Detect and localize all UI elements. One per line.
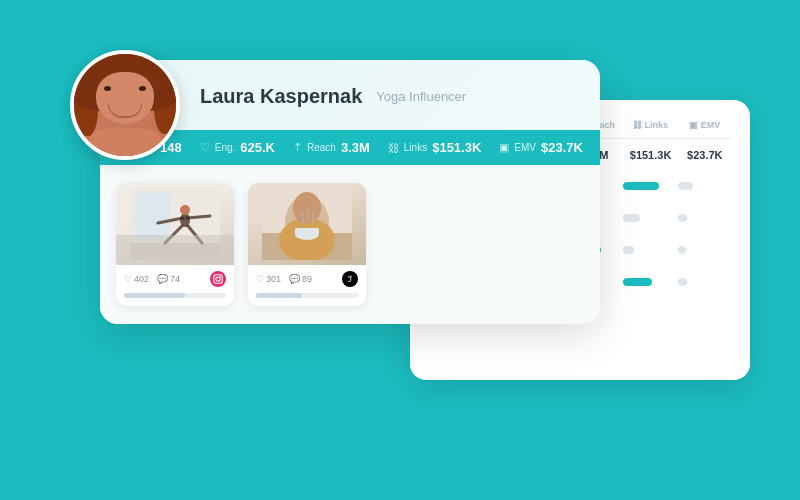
eng-value: 625.K xyxy=(240,140,275,155)
links-label: Links xyxy=(404,142,427,153)
stat-emv: ▣ EMV $23.7K xyxy=(499,140,583,155)
profile-name: Laura Kaspernak xyxy=(200,85,362,108)
yoga-bar-fill xyxy=(124,293,185,298)
svg-point-13 xyxy=(216,277,220,281)
instagram-badge xyxy=(210,271,226,287)
tiktok-bar-links xyxy=(623,214,677,222)
total-links: $151.3K xyxy=(623,149,677,161)
tiktok-badge: ℐ xyxy=(342,271,358,287)
scene: ⊞ Posts ♡ Eng. ⇡ Reach ⛓ Links ▣ EMV 148… xyxy=(60,40,740,460)
post-card-tea[interactable]: ♡ 301 💬 89 ℐ xyxy=(248,183,366,306)
tea-bar-fill xyxy=(256,293,302,298)
post-stats-yoga: ♡ 402 💬 74 xyxy=(124,274,180,284)
profile-role: Yoga Influencer xyxy=(376,89,466,104)
yoga-bar-container xyxy=(116,293,234,306)
tea-bar-container xyxy=(248,293,366,306)
tea-likes-count: 301 xyxy=(266,274,281,284)
stat-eng: ♡ Eng. 625.K xyxy=(200,140,275,155)
svg-rect-21 xyxy=(295,228,319,234)
post-image-yoga xyxy=(116,183,234,265)
insta-bar-emv xyxy=(678,182,732,190)
tea-likes: ♡ 301 xyxy=(256,274,281,284)
stat-links: ⛓ Links $151.3K xyxy=(388,140,482,155)
reach-label: Reach xyxy=(307,142,336,153)
comment-icon2: 💬 xyxy=(289,274,300,284)
tea-comments: 💬 89 xyxy=(289,274,312,284)
svg-point-14 xyxy=(220,276,221,277)
twitter-bar-emv xyxy=(678,278,732,286)
reach-icon: ⇡ xyxy=(293,141,302,154)
col-header-links: ⛓ Links xyxy=(623,120,677,130)
emv-value: $23.7K xyxy=(541,140,583,155)
post-footer-tea: ♡ 301 💬 89 ℐ xyxy=(248,265,366,293)
links-value: $151.3K xyxy=(432,140,481,155)
tea-bar-bg xyxy=(256,293,358,298)
heart-icon-small2: ♡ xyxy=(256,274,264,284)
svg-line-9 xyxy=(187,216,210,218)
tea-comments-count: 89 xyxy=(302,274,312,284)
plus-bar-emv xyxy=(678,246,732,254)
yoga-comments-count: 74 xyxy=(170,274,180,284)
eng-label: Eng. xyxy=(215,142,236,153)
yoga-likes: ♡ 402 xyxy=(124,274,149,284)
svg-rect-12 xyxy=(214,275,222,283)
heart-icon-small: ♡ xyxy=(124,274,132,284)
yoga-likes-count: 402 xyxy=(134,274,149,284)
post-footer-yoga: ♡ 402 💬 74 xyxy=(116,265,234,293)
yoga-bar-bg xyxy=(124,293,226,298)
emv-label: EMV xyxy=(514,142,536,153)
avatar xyxy=(70,50,180,160)
total-emv: $23.7K xyxy=(678,149,732,161)
svg-rect-5 xyxy=(135,193,170,241)
plus-bar-links xyxy=(623,246,677,254)
post-card-yoga[interactable]: ♡ 402 💬 74 xyxy=(116,183,234,306)
comment-icon: 💬 xyxy=(157,274,168,284)
svg-point-7 xyxy=(180,205,190,215)
reach-value: 3.3M xyxy=(341,140,370,155)
svg-rect-4 xyxy=(130,243,220,260)
post-stats-tea: ♡ 301 💬 89 xyxy=(256,274,312,284)
post-image-tea xyxy=(248,183,366,265)
col-header-emv: ▣ EMV xyxy=(678,120,732,130)
yoga-svg xyxy=(130,188,220,260)
heart-icon: ♡ xyxy=(200,141,210,154)
profile-card: Laura Kaspernak Yoga Influencer ⊞ Posts … xyxy=(100,60,600,324)
emv-icon: ▣ xyxy=(499,141,509,154)
insta-bar-links xyxy=(623,182,677,190)
twitter-bar-links xyxy=(623,278,677,286)
tiktok-bar-emv xyxy=(678,214,732,222)
stat-reach: ⇡ Reach 3.3M xyxy=(293,140,370,155)
link-icon: ⛓ xyxy=(388,142,399,154)
content-area: ♡ 402 💬 74 xyxy=(100,165,600,324)
yoga-comments: 💬 74 xyxy=(157,274,180,284)
tea-svg xyxy=(262,188,352,260)
avatar-image xyxy=(74,54,176,156)
